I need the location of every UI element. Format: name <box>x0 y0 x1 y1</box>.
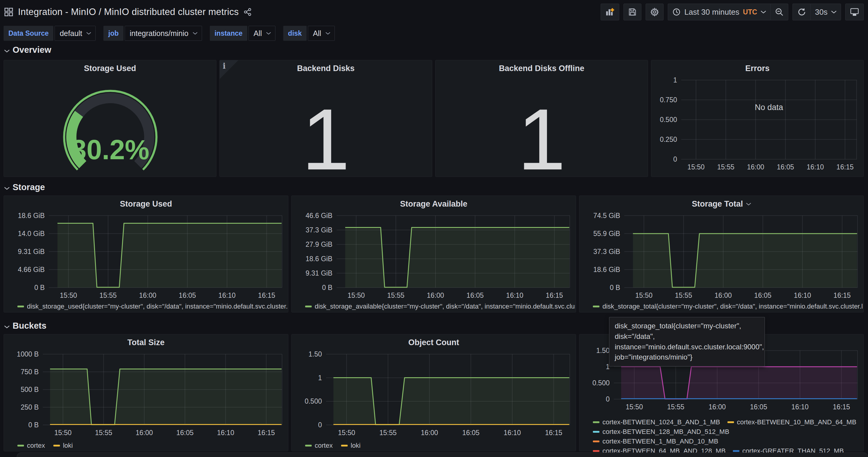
object-count-chart[interactable]: 1.5010.500015:5015:5516:0016:0516:1016:1… <box>291 350 577 438</box>
svg-text:15:55: 15:55 <box>667 403 685 411</box>
panel-title[interactable]: Storage Available <box>291 200 576 209</box>
instance-select[interactable]: All <box>248 26 275 41</box>
legend-item[interactable]: cortex-BETWEEN_128_MB_AND_512_MB <box>593 428 729 436</box>
svg-text:74.5 GiB: 74.5 GiB <box>593 212 620 219</box>
dashboard-settings-button[interactable] <box>646 4 663 21</box>
panel-errors[interactable]: Errors 10.7500.5000.250015:5015:5516:001… <box>651 60 864 177</box>
variable-value: default <box>60 29 82 38</box>
zoom-out-button[interactable] <box>770 4 788 21</box>
svg-text:0.500: 0.500 <box>592 379 610 387</box>
panel-storage-available-graph[interactable]: Storage Available 46.6 GiB37.3 GiB27.9 G… <box>291 195 576 312</box>
datasource-select[interactable]: default <box>55 26 96 41</box>
panel-object-count[interactable]: Object Count 1.5010.500015:5015:5516:001… <box>291 334 576 451</box>
top-nav: Integration - MinIO / MinIO distributed … <box>0 0 868 24</box>
storage-available-chart[interactable]: 46.6 GiB37.3 GiB27.9 GiB18.6 GiB9.31 GiB… <box>291 211 577 301</box>
legend-swatch <box>593 450 599 452</box>
storage-total-chart[interactable]: 74.5 GiB55.9 GiB37.3 GiB18.6 GiB0 B15:50… <box>579 211 864 301</box>
stat-value: 1 <box>220 96 432 183</box>
svg-text:16:00: 16:00 <box>715 292 732 299</box>
panel-title[interactable]: Storage Used <box>4 200 288 209</box>
chevron-down-icon[interactable] <box>746 203 751 206</box>
legend-label: cortex-BETWEEN_1_MB_AND_10_MB <box>602 437 718 445</box>
svg-text:1: 1 <box>673 76 677 84</box>
storage-used-chart[interactable]: 18.6 GiB14.0 GiB9.31 GiB4.66 GiB0 B15:50… <box>4 211 289 301</box>
section-title: Overview <box>12 45 51 55</box>
legend-item[interactable]: disk_storage_total{cluster="my-cluster",… <box>593 303 863 310</box>
legend-swatch <box>53 445 60 447</box>
refresh-interval-select[interactable]: 30s <box>810 4 841 21</box>
panel-title[interactable]: Total Size <box>4 338 288 347</box>
svg-text:0 B: 0 B <box>322 284 332 292</box>
dashboard-title[interactable]: Integration - MinIO / MinIO distributed … <box>18 7 239 18</box>
legend-item[interactable]: cortex-BETWEEN_1024_B_AND_1_MB <box>593 418 720 426</box>
panel-storage-used-gauge[interactable]: Storage Used 30.2% <box>4 60 216 177</box>
svg-text:55.9 GiB: 55.9 GiB <box>593 230 620 238</box>
panel-title[interactable]: Errors <box>651 64 864 73</box>
svg-text:0: 0 <box>673 155 677 163</box>
section-row-buckets[interactable]: Buckets <box>4 321 46 331</box>
svg-text:16:00: 16:00 <box>421 429 438 436</box>
share-icon[interactable] <box>243 8 252 16</box>
svg-text:37.3 GiB: 37.3 GiB <box>306 226 333 234</box>
template-variables: Data Source default job integrations/min… <box>4 26 335 41</box>
chevron-down-icon <box>4 45 9 55</box>
chevron-down-icon <box>86 32 91 35</box>
svg-text:18.6 GiB: 18.6 GiB <box>593 266 620 273</box>
refresh-button[interactable] <box>793 4 810 21</box>
legend-item[interactable]: disk_storage_available{cluster="my-clust… <box>305 303 575 310</box>
disk-select[interactable]: All <box>308 26 335 41</box>
panel-backend-disks[interactable]: i Backend Disks 1 <box>219 60 432 177</box>
time-range-label: Last 30 minutes <box>684 7 739 17</box>
dashboard-folder[interactable]: Integration - MinIO <box>18 7 96 17</box>
errors-chart[interactable]: 10.7500.5000.250015:5015:5516:0016:0516:… <box>651 76 864 173</box>
tooltip-line: disk_storage_total{cluster="my-cluster", <box>615 321 759 331</box>
time-range-picker[interactable]: Last 30 minutes UTC <box>668 4 770 21</box>
svg-text:4.66 GiB: 4.66 GiB <box>18 266 45 273</box>
svg-text:30.2%: 30.2% <box>71 134 150 165</box>
tooltip-line: disk="/data", <box>615 331 759 342</box>
svg-text:16:10: 16:10 <box>218 292 236 299</box>
legend-item[interactable]: cortex-BETWEEN_1_MB_AND_10_MB <box>593 437 718 445</box>
panel-title[interactable]: Backend Disks <box>220 64 432 73</box>
svg-text:16:05: 16:05 <box>462 429 479 436</box>
legend: cortexloki <box>18 442 282 450</box>
svg-text:9.31 GiB: 9.31 GiB <box>306 269 333 277</box>
save-dashboard-button[interactable] <box>623 4 642 21</box>
panel-title[interactable]: Storage Total <box>579 200 864 209</box>
dashboard-grid-icon[interactable] <box>4 7 13 17</box>
svg-text:0 B: 0 B <box>610 284 620 292</box>
legend-swatch <box>593 306 599 307</box>
legend-label: disk_storage_total{cluster="my-cluster",… <box>602 303 863 310</box>
variable-value: All <box>254 29 262 38</box>
panel-total-size[interactable]: Total Size 1000 B750 B500 B250 B0 B15:50… <box>4 334 288 451</box>
svg-text:16:05: 16:05 <box>750 403 767 411</box>
legend-item[interactable]: cortex <box>18 442 45 450</box>
panel-title[interactable]: Storage Used <box>4 64 216 73</box>
panel-backend-disks-offline[interactable]: Backend Disks Offline 1 <box>435 60 648 177</box>
job-select[interactable]: integrations/minio <box>125 26 202 41</box>
section-title: Buckets <box>12 321 46 331</box>
legend-item[interactable]: disk_storage_used{cluster="my-cluster", … <box>18 303 287 310</box>
total-size-chart[interactable]: 1000 B750 B500 B250 B0 B15:5015:5516:001… <box>4 350 289 438</box>
dashboard-name[interactable]: MinIO distributed cluster metrics <box>104 7 239 17</box>
svg-text:16:00: 16:00 <box>709 403 726 411</box>
legend-item[interactable]: loki <box>53 442 73 450</box>
grafana-dashboard: Integration - MinIO / MinIO distributed … <box>0 0 868 457</box>
panel-storage-total-graph[interactable]: Storage Total 74.5 GiB55.9 GiB37.3 GiB18… <box>579 195 864 312</box>
section-row-overview[interactable]: Overview <box>4 45 51 55</box>
legend-label: cortex-BETWEEN_128_MB_AND_512_MB <box>602 428 729 436</box>
add-panel-button[interactable] <box>601 4 619 21</box>
legend-swatch <box>593 440 599 442</box>
panel-title[interactable]: Object Count <box>291 338 576 347</box>
panel-title[interactable]: Backend Disks Offline <box>435 64 648 73</box>
legend-item[interactable]: cortex <box>305 442 333 450</box>
legend-item[interactable]: loki <box>341 442 361 450</box>
legend: cortexloki <box>305 442 570 450</box>
svg-text:0 B: 0 B <box>34 284 45 292</box>
svg-text:16:00: 16:00 <box>747 163 764 171</box>
section-row-storage[interactable]: Storage <box>4 182 45 192</box>
panel-storage-used-graph[interactable]: Storage Used 18.6 GiB14.0 GiB9.31 GiB4.6… <box>4 195 288 312</box>
chevron-down-icon <box>326 32 330 35</box>
legend-item[interactable]: cortex-BETWEEN_10_MB_AND_64_MB <box>727 418 857 426</box>
kiosk-mode-button[interactable] <box>845 4 864 21</box>
